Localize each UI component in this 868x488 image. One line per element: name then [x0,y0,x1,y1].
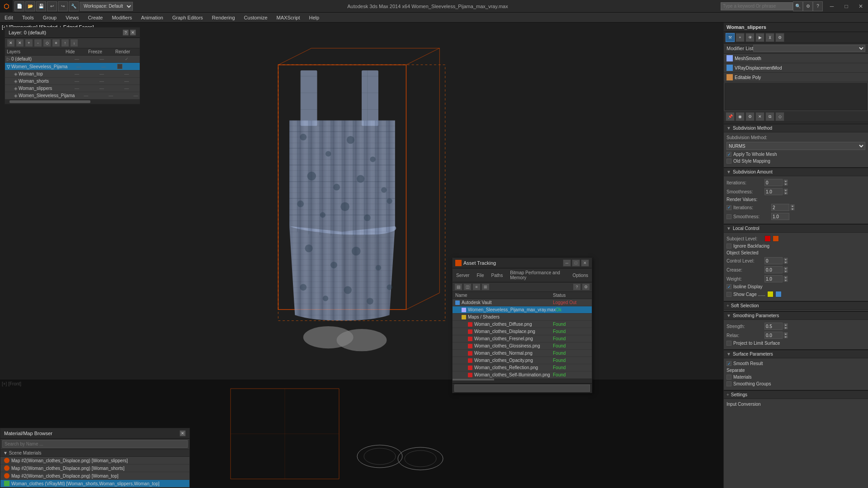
sa-smoothness-input[interactable] [764,188,783,195]
surp-smooth-cb[interactable] [726,361,731,366]
sp-str-up[interactable]: ▲ [783,323,788,326]
search-btn[interactable]: 🔍 [793,1,803,11]
layer-row-default[interactable]: ▷ 0 (default) — — ✓ [5,56,140,63]
ap-tb-btn1[interactable]: ▤ [454,283,462,291]
ap-row-opacity[interactable]: Woman_clothes_Opacity.png Found [453,357,592,364]
lc-ignore-cb[interactable] [726,244,731,249]
section-subdivision-amount[interactable]: ▼ Subdivision Amount [724,167,868,176]
mod-tb-unique[interactable]: ◇ [775,112,784,121]
lc-ctrl-up[interactable]: ▲ [783,258,788,261]
layer-panel-question[interactable]: ? [123,29,129,36]
ap-row-displace[interactable]: Woman_clothes_Displace.png Found [453,328,592,335]
sm-nurms-select[interactable]: NURMS [726,142,865,150]
section-soft-selection[interactable]: + Soft Selection [724,301,868,310]
ap-tb-btn3[interactable]: ≡ [472,283,481,291]
rp-icon-utilities[interactable]: ⚙ [775,33,784,42]
ap-scrollbar[interactable] [453,379,592,383]
modifier-meshsmooth[interactable]: MeshSmooth [724,54,868,63]
ap-row-selfillum[interactable]: Woman_clothes_Self-Illumination.png Foun… [453,371,592,379]
menu-help[interactable]: Help [305,13,324,23]
ap-menu-server[interactable]: Server [453,272,473,279]
viewport-front[interactable]: [+] [Front] [0,380,723,488]
ap-tb-btn4[interactable]: ⊞ [481,283,490,291]
sa-render-iter-input[interactable] [771,204,789,211]
rp-icon-modify[interactable]: ⚒ [726,33,735,42]
menu-group[interactable]: Group [38,13,61,23]
sa-iter-up[interactable]: ▲ [783,179,788,183]
ap-row-vault[interactable]: Autodesk Vault Logged Out [453,299,592,306]
menu-tools[interactable]: Tools [18,13,38,23]
modifier-vraydisplace[interactable]: VRayDisplacementMod [724,63,868,73]
lc-crease-up[interactable]: ▲ [783,267,788,270]
modifier-list-select[interactable] [753,45,865,52]
modifier-editablepoly[interactable]: Editable Poly [724,73,868,82]
layer-row-sleeveless[interactable]: ▽ Women_Sleeveless_Pijama — — [5,63,140,70]
minimize-btn[interactable]: ─ [825,0,839,13]
mod-tb-copy[interactable]: ⧉ [765,112,774,121]
ap-row-file[interactable]: Women_Sleeveless_Pijama_max_vray.max Ok [453,306,592,314]
menu-views[interactable]: Views [61,13,83,23]
layer-delete-btn[interactable]: ✕ [16,39,24,47]
layer-add-btn[interactable]: + [25,39,33,47]
menu-create[interactable]: Create [83,13,107,23]
surp-materials-cb[interactable] [726,375,731,380]
ap-settings-btn[interactable]: ⚙ [582,283,590,291]
layer-row-woman-shorts[interactable]: ◈ Woman_shorts — — — [5,78,140,85]
menu-rendering[interactable]: Rendering [208,13,240,23]
rp-icon-create[interactable]: + [736,33,745,42]
save-btn[interactable]: 💾 [36,1,46,11]
mat-search-input[interactable] [2,440,188,448]
ap-row-diffuse[interactable]: Woman_clothes_Diffuse.png Found [453,321,592,328]
ap-close-btn[interactable]: ✕ [581,259,589,267]
ap-menu-paths[interactable]: Paths [488,272,507,279]
sa-riter-up[interactable]: ▲ [790,204,795,207]
mod-tb-active[interactable]: ◉ [736,112,745,121]
mat-item-2[interactable]: Map #2(Woman_clothes_Displace.png) [Woma… [0,472,189,480]
ap-menu-file[interactable]: File [473,272,487,279]
open-btn[interactable]: 📂 [25,1,35,11]
ap-minimize-btn[interactable]: ─ [563,259,571,267]
help-settings-btn[interactable]: ⚙ [803,1,813,11]
section-subdivision-method[interactable]: ▼ Subdivision Method [724,123,868,132]
menu-modifiers[interactable]: Modifiers [107,13,137,23]
sp-relax-input[interactable] [764,332,783,339]
ap-row-fresnel[interactable]: Woman_clothes_Fresnel.png Found [453,335,592,343]
lc-showcage-cb[interactable] [726,292,731,297]
layer-row-woman-slippers[interactable]: ◈ Woman_slippers — — — [5,85,140,92]
lc-weight-up[interactable]: ▲ [783,276,788,279]
menu-edit[interactable]: Edit [0,13,18,23]
sa-iterations-input[interactable] [764,179,783,186]
sp-strength-input[interactable] [764,323,783,330]
sm-old-style-cb[interactable] [726,159,731,164]
redo-btn[interactable]: ↪ [58,1,68,11]
sa-riter-down[interactable]: ▼ [790,207,795,211]
ap-tb-btn2[interactable]: ◫ [463,283,472,291]
sp-str-down[interactable]: ▼ [783,326,788,329]
lc-weight-input[interactable] [764,275,783,282]
new-btn[interactable]: 📄 [14,1,24,11]
layer-row-woman-top[interactable]: ◈ Woman_top — — — [5,70,140,78]
ap-row-normal[interactable]: Woman_clothes_Normal.png Found [453,350,592,357]
mat-panel-close[interactable]: ✕ [179,430,186,436]
help-btn[interactable]: ? [813,1,823,11]
sa-rsmooth-input[interactable] [771,213,789,220]
sa-render-cb[interactable] [726,205,731,210]
ap-help-btn[interactable]: ? [573,283,581,291]
lc-isoline-cb[interactable] [726,284,731,289]
layer-panel-close[interactable]: ✕ [130,29,136,36]
lc-weight-down[interactable]: ▼ [783,279,788,282]
ap-restore-btn[interactable]: □ [572,259,580,267]
mat-item-1[interactable]: Map #2(Woman_clothes_Displace.png) [Woma… [0,465,189,472]
ap-row-glossiness[interactable]: Woman_clothes_Glossiness.png Found [453,343,592,350]
layer-scrollbar[interactable] [5,99,140,104]
sp-relax-up[interactable]: ▲ [783,332,788,335]
layer-down-btn[interactable]: ↓ [70,39,78,47]
menu-maxscript[interactable]: MAXScript [272,13,305,23]
menu-graph-editors[interactable]: Graph Editors [168,13,208,23]
sa-rsmooth-cb[interactable] [726,214,731,219]
ap-row-reflection[interactable]: Woman_clothes_Reflection.png Found [453,364,592,371]
workspace-select[interactable]: Workspace: DefaultWorkspace: Default [80,2,133,11]
section-local-control[interactable]: ▼ Local Control [724,224,868,233]
layer-row-women-pijama[interactable]: ◈ Women_Sleeveless_Pijama — — — [5,92,140,99]
layer-new-btn[interactable]: ✕ [7,39,15,47]
